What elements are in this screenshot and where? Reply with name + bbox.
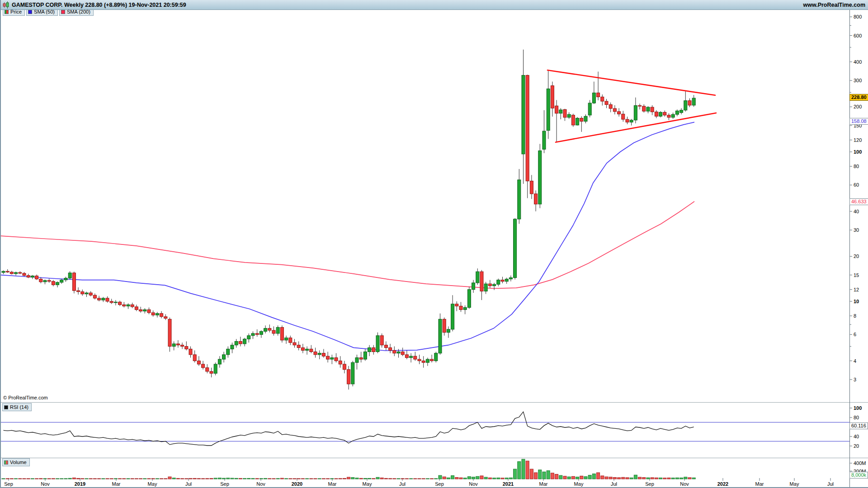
candle-up [426, 359, 429, 362]
volume-bar-down [405, 479, 408, 479]
volume-bar-down [47, 479, 51, 479]
axis-label: 2021 [503, 481, 514, 487]
candle-down [393, 350, 396, 353]
volume-bar-down [418, 479, 421, 479]
candle-up [522, 75, 525, 154]
axis-label: 8 [854, 313, 856, 319]
volume-bar-up [538, 470, 542, 479]
candle-down [405, 355, 408, 358]
volume-bar-up [226, 478, 230, 479]
candle-up [306, 349, 309, 350]
volume-bar-down [89, 479, 92, 479]
candle-up [363, 352, 367, 360]
candle-down [168, 319, 171, 346]
volume-bar-down [372, 479, 375, 479]
volume-bar-down [6, 479, 9, 479]
candle-down [459, 306, 462, 310]
volume-bar-down [638, 477, 642, 479]
volume-bar-down [193, 479, 196, 479]
candle-up [592, 93, 595, 103]
time-axis[interactable]: SepNov2019MarMayJulSepNov2020MarMayJulSe… [4, 478, 834, 487]
candle-up [675, 111, 679, 114]
candle-down [193, 355, 196, 361]
axis-label: May [790, 481, 799, 487]
volume-bar-up [355, 478, 359, 479]
volume-bar-down [135, 479, 138, 479]
volume-bar-down [335, 479, 338, 479]
candle-down [651, 107, 654, 112]
volume-bar-down [551, 473, 554, 479]
candle-down [310, 349, 313, 352]
volume-bar-down [168, 477, 171, 479]
volume-bar-up [542, 472, 546, 479]
axis-label: 15 [854, 272, 859, 278]
candlestick-icon [3, 1, 9, 9]
axis-label: Nov [469, 481, 478, 487]
candle-up [56, 282, 59, 285]
volume-bar-down [655, 478, 658, 479]
volume-bar-down [151, 479, 155, 479]
legend-chip-volume[interactable]: Volume [2, 458, 30, 466]
candle-down [110, 301, 113, 303]
rsi-panel[interactable] [1, 412, 849, 446]
website-link[interactable]: www.ProRealTime.com [803, 2, 865, 8]
candle-down [622, 114, 625, 119]
volume-bar-up [376, 477, 379, 479]
volume-bar-down [72, 478, 75, 479]
candle-down [72, 273, 75, 291]
volume-bar-up [43, 479, 47, 479]
axis-label: 30 [854, 227, 859, 233]
volume-bar-down [414, 479, 417, 479]
axis-label: 100 [854, 405, 862, 411]
axis-label: 3 [854, 377, 856, 382]
candle-down [688, 101, 691, 105]
candle-up [68, 273, 71, 278]
candle-down [164, 317, 167, 319]
candle-up [634, 106, 637, 120]
volume-bar-down [422, 479, 425, 479]
candle-up [410, 356, 413, 357]
volume-bar-up [463, 478, 467, 479]
volume-bar-up [68, 478, 71, 479]
chart-canvas[interactable]: 8006004003002001501201008060403020151210… [1, 0, 868, 488]
volume-bar-down [98, 479, 101, 479]
candle-down [609, 104, 612, 108]
candle-up [259, 331, 263, 334]
candle-down [422, 361, 425, 363]
sma200-line[interactable] [1, 202, 694, 289]
candle-down [39, 279, 42, 282]
candle-down [27, 276, 30, 277]
legend-rsi-label: RSI (14) [10, 404, 28, 410]
volume-bar-up [451, 476, 454, 479]
axis-label: 80 [854, 164, 859, 169]
trendline[interactable] [547, 70, 715, 95]
sma50-line[interactable] [1, 122, 694, 351]
candle-down [6, 271, 9, 272]
volume-bar-up [85, 479, 88, 479]
legend-chip-rsi[interactable]: RSI (14) [2, 403, 32, 411]
volume-bar-up [397, 479, 400, 479]
axis-label: Mar [539, 481, 548, 487]
candle-down [605, 101, 608, 104]
candle-down [89, 293, 92, 295]
candle-down [176, 344, 179, 345]
candle-down [118, 302, 122, 305]
volume-bar-up [243, 479, 246, 479]
volume-bar-down [10, 479, 13, 479]
volume-bar-up [671, 478, 675, 479]
volume-bar-down [27, 479, 30, 479]
candle-down [613, 108, 616, 112]
trendlines[interactable] [547, 70, 716, 142]
candle-down [210, 371, 213, 373]
candle-down [239, 341, 242, 343]
volume-bar-down [202, 479, 205, 479]
candle-down [135, 307, 138, 310]
candle-down [359, 358, 363, 359]
legend-volume-label: Volume [10, 460, 27, 465]
title-bar: GAMESTOP CORP. Weekly 228.80 (+8.89%) 19… [1, 0, 868, 10]
volume-bar-up [680, 478, 683, 479]
candle-down [347, 370, 350, 384]
volume-bar-up [127, 479, 130, 479]
volume-bars [2, 459, 695, 479]
candle-up [243, 339, 246, 344]
